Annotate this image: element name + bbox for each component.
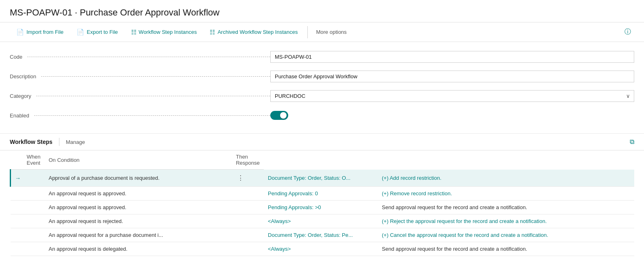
- code-field-wrapper: [270, 51, 634, 63]
- table-row[interactable]: An approval request is delegated. <Alway…: [11, 242, 635, 256]
- row-dots: ⋮: [232, 170, 264, 187]
- description-label: Description: [10, 73, 270, 79]
- row-dots: [232, 187, 264, 201]
- workflow-table: When Event On Condition Then Response → …: [10, 150, 634, 256]
- code-row: Code: [10, 49, 634, 65]
- header-then-response: Then Response: [232, 150, 264, 170]
- enabled-toggle[interactable]: [270, 111, 288, 120]
- condition-link[interactable]: <Always>: [268, 246, 291, 252]
- workflow-step-instances-button[interactable]: ☷ Workflow Step Instances: [125, 22, 204, 42]
- toggle-thumb: [280, 112, 287, 119]
- row-response: (+) Add record restriction.: [378, 170, 634, 187]
- more-options-button[interactable]: More options: [311, 29, 351, 35]
- row-dots-button[interactable]: ⋮: [236, 173, 245, 183]
- header-when-event: When Event: [11, 150, 45, 170]
- row-arrow: [11, 187, 45, 201]
- action-bar-divider: [307, 26, 308, 38]
- row-condition: Document Type: Order, Status: O...: [264, 170, 378, 187]
- response-link[interactable]: (+) Add record restriction.: [382, 175, 441, 181]
- table-wrapper: When Event On Condition Then Response → …: [0, 150, 644, 256]
- row-when-event: An approval request is approved.: [44, 187, 232, 201]
- expand-icon[interactable]: ⧉: [630, 138, 634, 146]
- row-response: (+) Cancel the approval request for the …: [378, 228, 634, 242]
- category-field-wrapper: PURCHDOC: [270, 90, 634, 102]
- enabled-label: Enabled: [10, 113, 270, 119]
- table-row[interactable]: → Approval of a purchase document is req…: [11, 170, 635, 187]
- description-row: Description: [10, 68, 634, 84]
- row-response: (+) Remove record restriction.: [378, 187, 634, 201]
- description-input[interactable]: [270, 71, 634, 82]
- enabled-toggle-wrapper: [270, 111, 634, 120]
- category-select[interactable]: PURCHDOC: [270, 90, 634, 102]
- category-select-wrapper: PURCHDOC: [270, 90, 634, 102]
- response-link[interactable]: (+) Cancel the approval request for the …: [382, 232, 548, 238]
- row-condition: Pending Approvals: >0: [264, 201, 378, 214]
- table-body: → Approval of a purchase document is req…: [11, 170, 635, 256]
- row-when-event: An approval request is rejected.: [44, 214, 232, 228]
- row-dots: [232, 201, 264, 214]
- row-dots: [232, 228, 264, 242]
- condition-link[interactable]: <Always>: [268, 218, 291, 224]
- row-dots: [232, 242, 264, 256]
- row-when-event: An approval request for a purchase docum…: [44, 228, 232, 242]
- action-bar: 📄 Import from File 📄 Export to File ☷ Wo…: [0, 22, 644, 42]
- row-dots: [232, 214, 264, 228]
- row-response: (+) Reject the approval request for the …: [378, 214, 634, 228]
- code-input[interactable]: [270, 51, 634, 63]
- workflow-steps-divider: [59, 138, 59, 146]
- condition-link[interactable]: Pending Approvals: >0: [268, 204, 321, 210]
- row-response: Send approval request for the record and…: [378, 242, 634, 256]
- row-when-event: Approval of a purchase document is reque…: [44, 170, 232, 187]
- row-arrow: →: [11, 170, 45, 187]
- enabled-row: Enabled: [10, 107, 634, 124]
- enabled-field-wrapper: [270, 111, 634, 120]
- workflow-steps-header: Workflow Steps Manage ⧉: [0, 134, 644, 150]
- row-arrow: [11, 201, 45, 214]
- table-row[interactable]: An approval request is approved. Pending…: [11, 201, 635, 214]
- toggle-track: [270, 111, 288, 120]
- condition-link[interactable]: Document Type: Order, Status: Pe...: [268, 232, 353, 238]
- archived-workflow-step-instances-button[interactable]: ☷ Archived Workflow Step Instances: [203, 22, 304, 42]
- category-row: Category PURCHDOC: [10, 88, 634, 104]
- category-label: Category: [10, 93, 270, 99]
- row-condition: Document Type: Order, Status: Pe...: [264, 228, 378, 242]
- table-icon-2: ☷: [210, 29, 215, 36]
- export-icon: 📄: [77, 29, 84, 36]
- import-icon: 📄: [16, 29, 24, 36]
- manage-button[interactable]: Manage: [66, 139, 85, 145]
- condition-link[interactable]: Pending Approvals: 0: [268, 190, 318, 197]
- row-response: Send approval request for the record and…: [378, 201, 634, 214]
- condition-link[interactable]: Document Type: Order, Status: O...: [268, 175, 350, 181]
- table-row[interactable]: An approval request is approved. Pending…: [11, 187, 635, 201]
- header-on-condition: On Condition: [44, 150, 232, 170]
- table-header: When Event On Condition Then Response: [11, 150, 635, 170]
- export-to-file-button[interactable]: 📄 Export to File: [70, 22, 125, 42]
- workflow-steps-title: Workflow Steps: [10, 139, 53, 145]
- response-link[interactable]: (+) Remove record restriction.: [382, 190, 452, 197]
- page-title: MS-POAPW-01 · Purchase Order Approval Wo…: [0, 0, 644, 22]
- import-from-file-button[interactable]: 📄 Import from File: [10, 22, 70, 42]
- table-row[interactable]: An approval request for a purchase docum…: [11, 228, 635, 242]
- row-condition: Pending Approvals: 0: [264, 187, 378, 201]
- code-label: Code: [10, 54, 270, 60]
- page: MS-POAPW-01 · Purchase Order Approval Wo…: [0, 0, 644, 276]
- row-arrow: [11, 228, 45, 242]
- description-field-wrapper: [270, 71, 634, 82]
- row-condition: <Always>: [264, 214, 378, 228]
- row-when-event: An approval request is approved.: [44, 201, 232, 214]
- response-link[interactable]: (+) Reject the approval request for the …: [382, 218, 547, 224]
- info-icon: ⓘ: [624, 28, 631, 35]
- form-section: Code Description Category PURCHDOC En: [0, 42, 644, 134]
- row-arrow: [11, 214, 45, 228]
- row-condition: <Always>: [264, 242, 378, 256]
- table-icon-1: ☷: [131, 29, 136, 36]
- row-arrow: [11, 242, 45, 256]
- info-button[interactable]: ⓘ: [621, 28, 634, 36]
- row-when-event: An approval request is delegated.: [44, 242, 232, 256]
- table-row[interactable]: An approval request is rejected. <Always…: [11, 214, 635, 228]
